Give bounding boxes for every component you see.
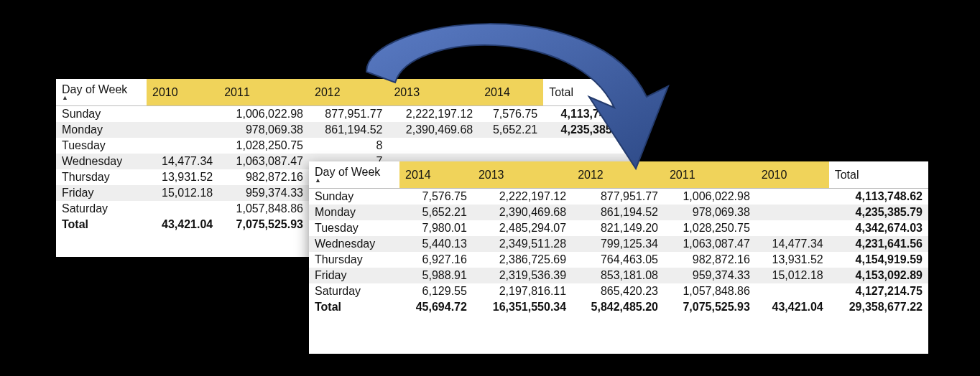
table-row: Tuesday7,980.012,485,294.07821,149.201,0… [309, 220, 928, 236]
column-header-year[interactable]: 2013 [473, 161, 572, 189]
column-header-total[interactable]: Total [829, 161, 928, 189]
column-header-year[interactable]: 2014 [399, 161, 473, 189]
column-header-year[interactable]: 2011 [664, 161, 756, 189]
table-row: Wednesday5,440.132,349,511.28799,125.341… [309, 236, 928, 252]
table-row: Sunday7,576.752,222,197.12877,951.771,00… [309, 189, 928, 205]
column-header-year[interactable]: 2012 [572, 161, 664, 189]
column-header-year[interactable]: 2011 [218, 79, 309, 106]
table-row: Tuesday1,028,250.758 [56, 138, 634, 154]
column-header-total[interactable]: Total [543, 79, 634, 106]
column-header-day-of-week[interactable]: Day of Week ▲ [309, 161, 399, 189]
matrix-table-descending: Day of Week ▲ 2014 2013 2012 2011 2010 T… [309, 161, 928, 354]
column-header-year[interactable]: 2010 [147, 79, 218, 106]
table-row: Monday5,652.212,390,469.68861,194.52978,… [309, 205, 928, 220]
table-row: Sunday1,006,022.98877,951.772,222,197.12… [56, 106, 634, 123]
column-header-year[interactable]: 2010 [756, 161, 829, 189]
column-header-year[interactable]: 2013 [388, 79, 479, 106]
column-header-year[interactable]: 2014 [479, 79, 543, 106]
table-b: Day of Week ▲ 2014 2013 2012 2011 2010 T… [309, 161, 928, 315]
table-row: Saturday6,129.552,197,816.11865,420.231,… [309, 283, 928, 299]
table-row: Thursday6,927.162,386,725.69764,463.0598… [309, 252, 928, 268]
column-header-day-of-week[interactable]: Day of Week ▲ [56, 79, 147, 106]
table-row: Monday978,069.38861,194.522,390,469.685,… [56, 122, 634, 138]
column-header-year[interactable]: 2012 [309, 79, 388, 106]
table-totals-row: Total45,694.7216,351,550.345,842,485.207… [309, 299, 928, 315]
table-row: Friday5,988.912,319,536.39853,181.08959,… [309, 268, 928, 283]
